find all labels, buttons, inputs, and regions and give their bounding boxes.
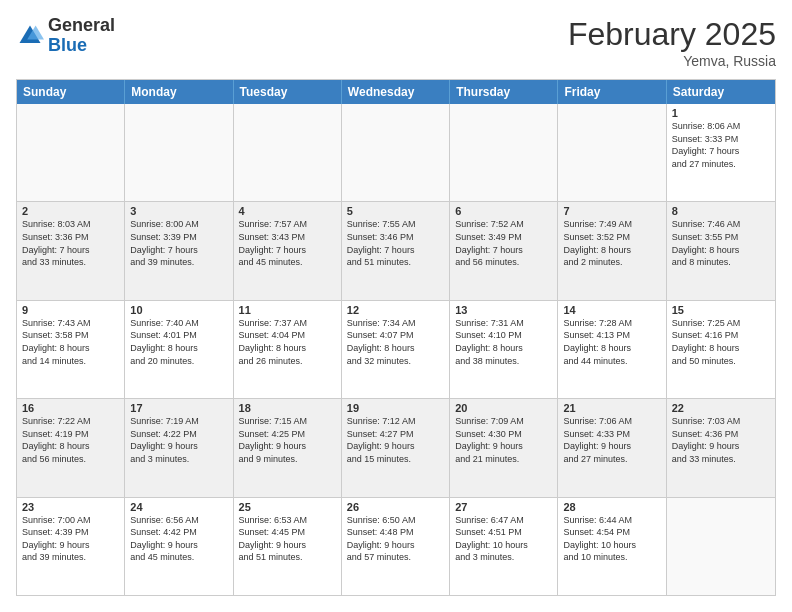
cal-cell-empty [450,104,558,201]
cal-cell-empty [342,104,450,201]
cal-cell-11: 11Sunrise: 7:37 AM Sunset: 4:04 PM Dayli… [234,301,342,398]
header-cell-friday: Friday [558,80,666,104]
day-info: Sunrise: 8:06 AM Sunset: 3:33 PM Dayligh… [672,120,770,170]
day-info: Sunrise: 7:31 AM Sunset: 4:10 PM Dayligh… [455,317,552,367]
cal-cell-20: 20Sunrise: 7:09 AM Sunset: 4:30 PM Dayli… [450,399,558,496]
day-info: Sunrise: 6:56 AM Sunset: 4:42 PM Dayligh… [130,514,227,564]
day-number: 16 [22,402,119,414]
cal-cell-3: 3Sunrise: 8:00 AM Sunset: 3:39 PM Daylig… [125,202,233,299]
title-area: February 2025 Yemva, Russia [568,16,776,69]
day-number: 17 [130,402,227,414]
month-title: February 2025 [568,16,776,53]
calendar-header: SundayMondayTuesdayWednesdayThursdayFrid… [17,80,775,104]
header-cell-saturday: Saturday [667,80,775,104]
day-number: 25 [239,501,336,513]
cal-cell-14: 14Sunrise: 7:28 AM Sunset: 4:13 PM Dayli… [558,301,666,398]
day-info: Sunrise: 7:40 AM Sunset: 4:01 PM Dayligh… [130,317,227,367]
cal-cell-27: 27Sunrise: 6:47 AM Sunset: 4:51 PM Dayli… [450,498,558,595]
day-number: 6 [455,205,552,217]
day-info: Sunrise: 7:15 AM Sunset: 4:25 PM Dayligh… [239,415,336,465]
day-number: 9 [22,304,119,316]
day-number: 26 [347,501,444,513]
day-info: Sunrise: 6:47 AM Sunset: 4:51 PM Dayligh… [455,514,552,564]
logo-text: General Blue [48,16,115,56]
day-info: Sunrise: 7:03 AM Sunset: 4:36 PM Dayligh… [672,415,770,465]
day-number: 15 [672,304,770,316]
day-number: 27 [455,501,552,513]
page: General Blue February 2025 Yemva, Russia… [0,0,792,612]
day-number: 3 [130,205,227,217]
day-info: Sunrise: 7:49 AM Sunset: 3:52 PM Dayligh… [563,218,660,268]
day-number: 22 [672,402,770,414]
header-cell-wednesday: Wednesday [342,80,450,104]
day-info: Sunrise: 7:25 AM Sunset: 4:16 PM Dayligh… [672,317,770,367]
cal-cell-18: 18Sunrise: 7:15 AM Sunset: 4:25 PM Dayli… [234,399,342,496]
calendar-body: 1Sunrise: 8:06 AM Sunset: 3:33 PM Daylig… [17,104,775,595]
logo: General Blue [16,16,115,56]
day-info: Sunrise: 7:19 AM Sunset: 4:22 PM Dayligh… [130,415,227,465]
day-number: 13 [455,304,552,316]
cal-cell-empty [667,498,775,595]
cal-cell-23: 23Sunrise: 7:00 AM Sunset: 4:39 PM Dayli… [17,498,125,595]
day-number: 14 [563,304,660,316]
day-info: Sunrise: 7:09 AM Sunset: 4:30 PM Dayligh… [455,415,552,465]
cal-cell-empty [125,104,233,201]
header-cell-thursday: Thursday [450,80,558,104]
cal-cell-8: 8Sunrise: 7:46 AM Sunset: 3:55 PM Daylig… [667,202,775,299]
day-number: 11 [239,304,336,316]
logo-general: General [48,15,115,35]
day-number: 20 [455,402,552,414]
cal-row-0: 1Sunrise: 8:06 AM Sunset: 3:33 PM Daylig… [17,104,775,202]
day-number: 8 [672,205,770,217]
cal-cell-10: 10Sunrise: 7:40 AM Sunset: 4:01 PM Dayli… [125,301,233,398]
day-info: Sunrise: 7:55 AM Sunset: 3:46 PM Dayligh… [347,218,444,268]
header-cell-sunday: Sunday [17,80,125,104]
day-info: Sunrise: 7:22 AM Sunset: 4:19 PM Dayligh… [22,415,119,465]
day-info: Sunrise: 7:43 AM Sunset: 3:58 PM Dayligh… [22,317,119,367]
day-number: 7 [563,205,660,217]
day-info: Sunrise: 7:28 AM Sunset: 4:13 PM Dayligh… [563,317,660,367]
header: General Blue February 2025 Yemva, Russia [16,16,776,69]
cal-cell-empty [558,104,666,201]
location: Yemva, Russia [568,53,776,69]
cal-cell-19: 19Sunrise: 7:12 AM Sunset: 4:27 PM Dayli… [342,399,450,496]
day-number: 5 [347,205,444,217]
cal-cell-9: 9Sunrise: 7:43 AM Sunset: 3:58 PM Daylig… [17,301,125,398]
cal-cell-28: 28Sunrise: 6:44 AM Sunset: 4:54 PM Dayli… [558,498,666,595]
cal-cell-24: 24Sunrise: 6:56 AM Sunset: 4:42 PM Dayli… [125,498,233,595]
cal-cell-22: 22Sunrise: 7:03 AM Sunset: 4:36 PM Dayli… [667,399,775,496]
day-number: 4 [239,205,336,217]
day-info: Sunrise: 7:06 AM Sunset: 4:33 PM Dayligh… [563,415,660,465]
calendar: SundayMondayTuesdayWednesdayThursdayFrid… [16,79,776,596]
cal-cell-13: 13Sunrise: 7:31 AM Sunset: 4:10 PM Dayli… [450,301,558,398]
day-number: 23 [22,501,119,513]
day-info: Sunrise: 7:57 AM Sunset: 3:43 PM Dayligh… [239,218,336,268]
day-number: 2 [22,205,119,217]
cal-cell-16: 16Sunrise: 7:22 AM Sunset: 4:19 PM Dayli… [17,399,125,496]
day-info: Sunrise: 7:52 AM Sunset: 3:49 PM Dayligh… [455,218,552,268]
day-info: Sunrise: 8:00 AM Sunset: 3:39 PM Dayligh… [130,218,227,268]
day-number: 1 [672,107,770,119]
cal-row-1: 2Sunrise: 8:03 AM Sunset: 3:36 PM Daylig… [17,202,775,300]
cal-cell-2: 2Sunrise: 8:03 AM Sunset: 3:36 PM Daylig… [17,202,125,299]
day-number: 10 [130,304,227,316]
logo-blue: Blue [48,35,87,55]
day-info: Sunrise: 7:46 AM Sunset: 3:55 PM Dayligh… [672,218,770,268]
cal-cell-4: 4Sunrise: 7:57 AM Sunset: 3:43 PM Daylig… [234,202,342,299]
day-info: Sunrise: 6:53 AM Sunset: 4:45 PM Dayligh… [239,514,336,564]
cal-cell-17: 17Sunrise: 7:19 AM Sunset: 4:22 PM Dayli… [125,399,233,496]
day-info: Sunrise: 6:50 AM Sunset: 4:48 PM Dayligh… [347,514,444,564]
day-info: Sunrise: 7:37 AM Sunset: 4:04 PM Dayligh… [239,317,336,367]
cal-cell-21: 21Sunrise: 7:06 AM Sunset: 4:33 PM Dayli… [558,399,666,496]
cal-row-2: 9Sunrise: 7:43 AM Sunset: 3:58 PM Daylig… [17,301,775,399]
day-number: 24 [130,501,227,513]
day-number: 21 [563,402,660,414]
day-number: 12 [347,304,444,316]
day-info: Sunrise: 7:00 AM Sunset: 4:39 PM Dayligh… [22,514,119,564]
day-info: Sunrise: 7:34 AM Sunset: 4:07 PM Dayligh… [347,317,444,367]
cal-cell-12: 12Sunrise: 7:34 AM Sunset: 4:07 PM Dayli… [342,301,450,398]
cal-cell-25: 25Sunrise: 6:53 AM Sunset: 4:45 PM Dayli… [234,498,342,595]
header-cell-monday: Monday [125,80,233,104]
day-number: 18 [239,402,336,414]
cal-cell-7: 7Sunrise: 7:49 AM Sunset: 3:52 PM Daylig… [558,202,666,299]
